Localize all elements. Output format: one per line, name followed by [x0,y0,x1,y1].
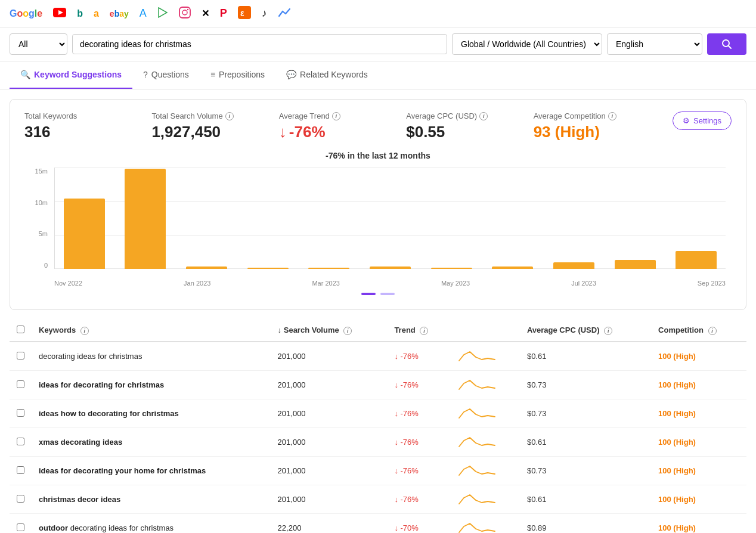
search-volume-col-info[interactable]: i [343,327,352,335]
chart-bar-group [177,168,236,269]
nav-appstore[interactable]: A [140,7,147,20]
prepositions-tab-icon: ≡ [210,70,215,79]
row-checkbox[interactable] [17,438,24,445]
country-select[interactable]: Global / Worldwide (All Countries) [452,33,602,55]
nav-pinterest[interactable]: P [220,7,227,20]
total-search-volume-info-icon[interactable]: i [225,112,234,120]
keywords-table: Keywords i ↓ Search Volume i Trend i Ave… [10,320,746,533]
row-cpc: $0.73 [520,457,651,485]
row-checkbox[interactable] [17,409,24,417]
table-row: christmas decor ideas201,000↓ -76%$0.611… [10,485,746,514]
chart-bar [64,199,105,269]
row-sparkline [451,485,520,514]
search-input[interactable] [72,34,447,54]
row-sparkline [451,428,520,457]
nav-tiktok[interactable]: ♪ [262,7,267,20]
stats-panel: Total Keywords 316 Total Search Volume i… [10,99,746,310]
row-keyword: christmas decor ideas [32,485,271,514]
chart-dot-1 [361,293,376,295]
row-competition: 100 (High) [651,342,746,371]
chart-dots [24,287,732,303]
svg-line-9 [729,46,732,49]
row-sparkline [451,457,520,485]
average-cpc-info-icon[interactable]: i [479,112,488,120]
nav-amazon[interactable]: a [94,8,99,19]
chart-bar [676,251,717,269]
table-header-row: Keywords i ↓ Search Volume i Trend i Ave… [10,320,746,342]
nav-twitter[interactable]: ✕ [202,8,209,19]
row-cpc: $0.61 [520,485,651,514]
chart-area: 15m 10m 5m 0 Nov 2022Jan 2023Mar 2023May… [24,168,732,287]
row-checkbox-cell [10,514,32,534]
row-cpc: $0.61 [520,428,651,457]
row-cpc: $0.73 [520,371,651,399]
tab-related-keywords[interactable]: 💬 Related Keywords [275,61,379,89]
row-competition: 100 (High) [651,485,746,514]
chart-bars [54,168,726,269]
search-button[interactable] [707,33,746,55]
row-checkbox[interactable] [17,352,24,360]
tab-prepositions[interactable]: ≡ Prepositions [200,61,275,89]
question-tab-icon: ? [143,70,148,79]
chart-bar [615,260,656,269]
row-checkbox-cell [10,342,32,371]
chart-x-labels: Nov 2022Jan 2023Mar 2023May 2023Jul 2023… [54,280,726,287]
row-competition: 100 (High) [651,514,746,534]
row-checkbox[interactable] [17,380,24,388]
row-trend: ↓ -76% [387,428,451,457]
competition-col-info[interactable]: i [708,327,717,335]
header-keywords: Keywords i [32,320,271,342]
stat-average-competition: Average Competition i 93 (High) [534,111,661,141]
nav-google[interactable]: Google [10,8,42,19]
svg-point-5 [187,9,188,10]
row-checkbox-cell [10,399,32,428]
language-select[interactable]: English Spanish French [607,33,702,55]
row-competition: 100 (High) [651,399,746,428]
nav-instagram[interactable] [179,7,191,20]
row-checkbox[interactable] [17,523,24,531]
row-checkbox[interactable] [17,495,24,503]
keywords-col-info[interactable]: i [80,327,89,335]
average-competition-info-icon[interactable]: i [608,112,616,120]
select-all-checkbox[interactable] [17,326,24,333]
row-checkbox[interactable] [17,466,24,474]
nav-playstore[interactable] [157,7,168,20]
table-row: ideas how to decorating for christmas201… [10,399,746,428]
row-cpc: $0.61 [520,342,651,371]
table-row: ideas for decorating for christmas201,00… [10,371,746,399]
search-bar: All Keyword URL Global / Worldwide (All … [0,27,756,61]
nav-etsy[interactable]: ε [238,6,251,21]
svg-marker-2 [159,8,167,17]
chart-bar [308,268,349,269]
row-keyword: outdoor decorating ideas for christmas [32,514,271,534]
row-competition: 100 (High) [651,371,746,399]
chart-bar-group [55,168,114,269]
average-cpc-value: $0.55 [406,123,533,141]
row-sparkline [451,399,520,428]
tab-questions[interactable]: ? Questions [132,61,200,89]
nav-ebay[interactable]: ebay [110,9,129,18]
tab-keyword-suggestions[interactable]: 🔍 Keyword Suggestions [10,61,132,89]
search-type-select[interactable]: All Keyword URL [10,33,67,55]
row-trend: ↓ -70% [387,514,451,534]
header-sparkline [451,320,520,342]
settings-button[interactable]: ⚙ Settings [673,111,732,130]
row-keyword: xmas decorating ideas [32,428,271,457]
chart-bar [186,266,227,269]
nav-trend[interactable] [278,8,291,19]
chart-bar-group [116,168,175,269]
total-search-volume-value: 1,927,450 [151,123,278,141]
chart-bar-group [606,168,665,269]
header-search-volume: ↓ Search Volume i [271,320,388,342]
nav-bing[interactable]: b [77,8,83,19]
stats-row: Total Keywords 316 Total Search Volume i… [24,111,732,141]
row-trend: ↓ -76% [387,457,451,485]
average-trend-info-icon[interactable]: i [332,112,340,120]
chart-x-label: Nov 2022 [54,280,82,287]
trend-col-info[interactable]: i [420,327,428,335]
nav-youtube[interactable] [53,8,66,19]
chart-bar-group [238,168,298,269]
svg-text:ε: ε [240,8,244,18]
cpc-col-info[interactable]: i [604,327,612,335]
chart-bar [553,262,594,269]
